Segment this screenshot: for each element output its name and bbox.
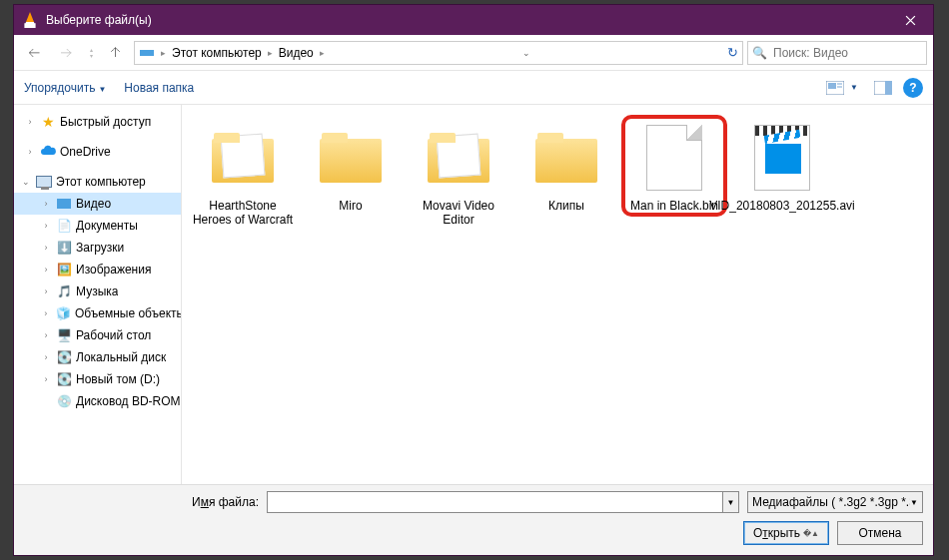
file-label: VID_20180803_201255.avi: [709, 199, 854, 213]
crumb-video[interactable]: Видео: [279, 46, 314, 60]
organize-button[interactable]: Упорядочить▼: [24, 81, 106, 95]
body: › ★ Быстрый доступ › OneDrive ⌄ Этот ком…: [14, 105, 933, 485]
back-button[interactable]: 🡠: [20, 41, 48, 65]
nav-bar: 🡠 🡢 ▴▾ 🡡 ▸ Этот компьютер ▸ Видео ▸ ⌄ ↻ …: [14, 35, 933, 71]
file-type-filter[interactable]: Медиафайлы ( *.3g2 *.3gp *.3gp ▼: [747, 491, 923, 513]
pictures-icon: 🖼️: [56, 262, 72, 278]
address-dropdown[interactable]: ⌄: [522, 48, 530, 58]
sidebar-item-3d[interactable]: ›🧊 Объемные объекты: [14, 302, 181, 324]
downloads-icon: ⬇️: [56, 240, 72, 256]
sidebar-item-music[interactable]: ›🎵 Музыка: [14, 280, 181, 302]
close-button[interactable]: [887, 5, 933, 35]
view-mode-button[interactable]: ▼: [821, 77, 863, 99]
filter-text: Медиафайлы ( *.3g2 *.3gp *.3gp: [752, 495, 910, 509]
cancel-button[interactable]: Отмена: [837, 521, 923, 545]
sidebar-item-desktop[interactable]: ›🖥️ Рабочий стол: [14, 324, 181, 346]
file-label: Клипы: [548, 199, 584, 213]
svg-rect-6: [837, 86, 842, 88]
monitor-icon: [36, 174, 52, 190]
forward-button[interactable]: 🡢: [52, 41, 80, 65]
file-label: Man in Black.bin: [630, 199, 718, 213]
preview-pane-button[interactable]: [869, 77, 897, 99]
desktop-icon: 🖥️: [56, 327, 72, 343]
address-bar[interactable]: ▸ Этот компьютер ▸ Видео ▸ ⌄ ↻: [134, 41, 743, 65]
sidebar-item-documents[interactable]: ›📄 Документы: [14, 215, 181, 237]
help-button[interactable]: ?: [903, 78, 923, 98]
refresh-button[interactable]: ↻: [727, 45, 738, 60]
music-icon: 🎵: [56, 283, 72, 299]
documents-icon: 📄: [56, 218, 72, 234]
recent-dropdown[interactable]: ▴▾: [84, 47, 98, 59]
titlebar: Выберите файл(ы): [14, 5, 933, 35]
file-label: HearthStone Heroes of Warcraft: [192, 199, 294, 227]
file-vid-avi[interactable]: VID_20180803_201255.avi: [729, 115, 835, 219]
vlc-icon: [22, 12, 38, 28]
close-icon: [905, 15, 916, 26]
search-input[interactable]: [773, 46, 922, 60]
drive-icon: 💽: [56, 349, 72, 365]
search-icon: 🔍: [752, 46, 767, 60]
sidebar-item-video[interactable]: › Видео: [14, 193, 181, 215]
video-lib-icon: [139, 45, 155, 61]
svg-rect-8: [885, 81, 892, 95]
search-box[interactable]: 🔍: [747, 41, 927, 65]
nav-tree: › ★ Быстрый доступ › OneDrive ⌄ Этот ком…: [14, 105, 182, 484]
dialog-window: Выберите файл(ы) 🡠 🡢 ▴▾ 🡡 ▸ Этот компьют…: [13, 4, 934, 556]
svg-rect-9: [57, 199, 71, 209]
sidebar-item-local-disk[interactable]: ›💽 Локальный диск: [14, 346, 181, 368]
new-folder-button[interactable]: Новая папка: [124, 81, 194, 95]
folder-clips[interactable]: Клипы: [513, 115, 619, 219]
cloud-icon: [40, 144, 56, 160]
toolbar: Упорядочить▼ Новая папка ▼ ?: [14, 71, 933, 105]
sidebar-item-downloads[interactable]: ›⬇️ Загрузки: [14, 237, 181, 259]
preview-icon: [874, 81, 892, 95]
svg-rect-5: [837, 83, 842, 85]
sidebar-item-pictures[interactable]: ›🖼️ Изображения: [14, 259, 181, 280]
file-grid: HearthStone Heroes of Warcraft Miro Mova…: [182, 105, 933, 484]
filename-label: Имя файла:: [24, 495, 259, 509]
folder-miro[interactable]: Miro: [298, 115, 404, 219]
filename-input[interactable]: [267, 491, 723, 513]
drive-icon: 💽: [56, 371, 72, 387]
onedrive[interactable]: › OneDrive: [14, 141, 181, 163]
sidebar-item-drive-d[interactable]: ›💽 Новый том (D:): [14, 368, 181, 390]
cube-icon: 🧊: [56, 305, 71, 321]
this-pc[interactable]: ⌄ Этот компьютер: [14, 171, 181, 193]
open-button[interactable]: Открыть�▲: [743, 521, 829, 545]
thumbnails-icon: [826, 81, 844, 95]
quick-access[interactable]: › ★ Быстрый доступ: [14, 111, 181, 133]
window-title: Выберите файл(ы): [46, 13, 887, 27]
sidebar-item-bdrom[interactable]: 💿 Дисковод BD-ROM: [14, 390, 181, 412]
disc-icon: 💿: [56, 393, 72, 409]
video-icon: [56, 196, 72, 212]
star-icon: ★: [40, 114, 56, 130]
footer: Имя файла: ▼ Медиафайлы ( *.3g2 *.3gp *.…: [14, 485, 933, 555]
file-label: Miro: [339, 199, 362, 213]
file-label: Movavi Video Editor: [408, 199, 509, 227]
up-button[interactable]: 🡡: [102, 41, 130, 65]
crumb-this-pc[interactable]: Этот компьютер: [172, 46, 262, 60]
filename-dropdown[interactable]: ▼: [723, 491, 739, 513]
folder-hearthstone[interactable]: HearthStone Heroes of Warcraft: [190, 115, 296, 233]
svg-rect-4: [828, 83, 836, 89]
svg-rect-2: [140, 56, 154, 58]
svg-rect-1: [140, 48, 154, 50]
folder-movavi[interactable]: Movavi Video Editor: [406, 115, 511, 233]
